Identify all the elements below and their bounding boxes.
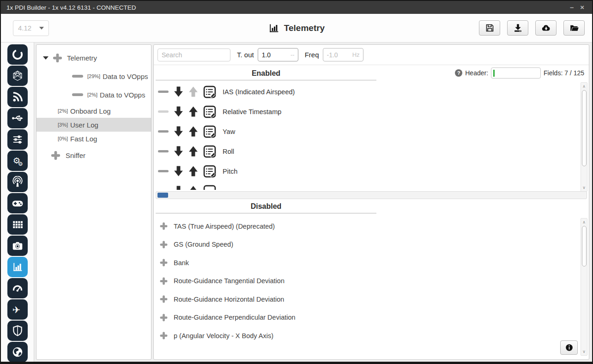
sidebar-item-telemetry-broadcast[interactable] [7,172,28,192]
disabled-row[interactable]: Route-Guidance Perpendicular Deviation [154,309,589,327]
tree-item-sniffer[interactable]: Sniffer [36,148,151,162]
info-button[interactable] [560,340,578,355]
disabled-row[interactable]: Route-Guidance Horizontal Deviation [154,290,589,309]
version-select[interactable]: 4.12 [13,20,49,36]
save-button[interactable] [479,20,500,36]
move-up-icon[interactable] [188,185,198,190]
scroll-down-icon[interactable]: ∨ [581,348,587,355]
sidebar-item-veronte[interactable] [7,44,28,65]
disabled-row[interactable]: GS (Ground Speed) [154,236,589,254]
tree-item-label: Data to VOpps [103,73,148,80]
add-field-icon[interactable] [159,258,168,267]
tout-input[interactable] [258,51,282,59]
header-input[interactable] [491,67,541,79]
tree-item-data-to-vopps-2[interactable]: [2%] Data to VOpps [36,88,151,102]
add-field-icon[interactable] [159,222,168,231]
add-field-icon[interactable] [159,240,168,249]
cloud-download-button[interactable] [535,20,557,36]
sidebar-item-devices-grid[interactable] [7,214,28,235]
open-file-button[interactable] [563,20,585,36]
move-down-icon[interactable] [174,185,183,190]
tree-item-label: Fast Log [70,135,97,143]
edit-list-icon[interactable] [203,165,216,178]
tree-item-fast-log[interactable]: [0%] Fast Log [36,132,151,146]
edit-list-icon[interactable] [203,125,216,138]
sidebar-item-stick[interactable] [7,193,28,213]
sidebar-item-platform[interactable] [7,66,28,86]
move-down-icon[interactable] [174,165,183,177]
move-up-icon[interactable] [188,146,198,157]
enabled-section: Enabled ? Header: Fields: 7 / 125 [154,65,589,190]
enabled-vertical-scrollbar[interactable]: ∧ ∨ [581,82,587,192]
disabled-row[interactable]: Bank [154,254,589,272]
move-down-icon[interactable] [174,106,183,117]
tree-item-label: Data to VOpps [100,91,145,99]
disabled-section: Disabled TAS (True Airspeed) (Deprecated… [154,200,589,359]
move-down-icon[interactable] [174,146,183,157]
minimize-button[interactable]: – [567,1,577,13]
add-field-icon[interactable] [159,277,168,285]
hexagon-network-icon [12,70,24,82]
remove-field-button[interactable] [158,86,169,97]
help-icon[interactable]: ? [455,69,462,77]
close-button[interactable]: × [577,1,587,13]
tree-item-telemetry-root[interactable]: Telemetry [36,51,151,65]
horizontal-scrollbar[interactable] [156,191,587,199]
move-up-icon[interactable] [188,165,198,177]
sidebar-item-communications[interactable] [7,87,28,107]
sidebar-item-hil[interactable] [7,278,28,298]
collapse-triangle-icon[interactable] [43,56,48,60]
disabled-row[interactable]: p (Angular Velocity - X Body Axis) [154,327,589,345]
disabled-vertical-scrollbar[interactable]: ∧ ∨ [581,218,587,356]
tree-item-percent: [3%] [58,122,68,127]
field-label: Pitch [223,168,237,175]
horizontal-scrollbar-thumb[interactable] [157,193,168,198]
sidebar-item-safety[interactable] [7,321,28,341]
move-down-icon[interactable] [174,86,183,97]
scroll-up-icon[interactable]: ∧ [581,83,587,90]
tree-item-onboard-log[interactable]: [2%] Onboard Log [36,104,151,118]
scrollbar-thumb[interactable] [582,90,587,166]
edit-list-icon[interactable] [203,185,216,190]
field-label: IAS (Indicated Airspeed) [223,88,295,96]
sidebar-item-usb[interactable] [7,108,28,128]
tree-item-user-log[interactable]: [3%] User Log [36,118,151,132]
tree-item-label: Telemetry [67,54,97,62]
sidebar-item-world[interactable] [7,342,28,362]
field-label: Route-Guidance Horizontal Deviation [174,296,284,303]
move-down-icon[interactable] [174,126,183,137]
edit-list-icon[interactable] [203,85,216,98]
add-field-icon[interactable] [159,331,168,340]
tout-field[interactable]: -- [258,48,298,61]
sidebar-icon-rail: ⚙ ⚙ [1,42,34,363]
edit-list-icon[interactable] [203,105,216,118]
camera-icon [12,240,24,252]
scrollbar-thumb[interactable] [582,226,587,267]
disabled-row[interactable]: TAS (True Airspeed) (Deprecated) [154,217,589,236]
edit-list-icon[interactable] [203,145,216,158]
usb-icon [12,112,24,124]
move-up-icon[interactable] [188,86,198,97]
remove-field-button[interactable] [158,146,169,157]
remove-field-button[interactable] [158,166,169,177]
sidebar-item-camera[interactable] [7,236,28,256]
enabled-row: Roll [154,141,589,161]
move-up-icon[interactable] [188,106,198,117]
add-field-icon[interactable] [159,313,168,322]
remove-field-button[interactable] [158,186,169,190]
disabled-row[interactable]: Route-Guidance Tangential Deviation [154,272,589,291]
cloud-download-icon [541,23,551,33]
sidebar-item-telemetry[interactable] [7,257,28,277]
dash-icon [72,93,83,97]
add-field-icon[interactable] [159,295,168,303]
download-button[interactable] [507,20,528,36]
sidebar-item-automations[interactable]: ⚙ ⚙ [7,151,28,171]
scroll-up-icon[interactable]: ∧ [581,219,587,225]
scroll-down-icon[interactable]: ∨ [581,184,587,191]
sidebar-item-flight[interactable]: ✈ [7,299,28,320]
sidebar-item-settings[interactable] [7,129,28,150]
tree-item-data-to-vopps-1[interactable]: [29%] Data to VOpps [36,69,151,83]
search-input[interactable] [157,49,230,61]
remove-field-button[interactable] [158,126,169,137]
move-up-icon[interactable] [188,126,198,137]
